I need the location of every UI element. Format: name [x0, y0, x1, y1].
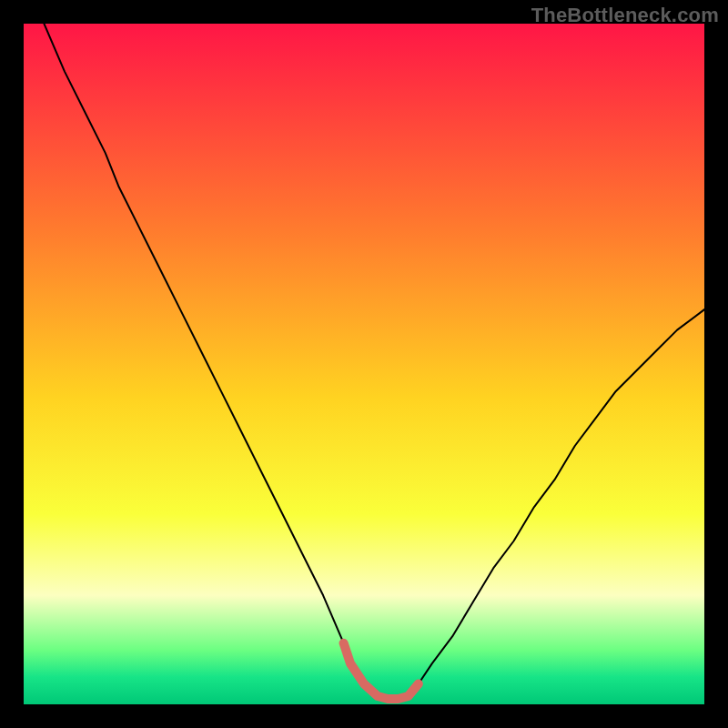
highlight-segment — [344, 643, 419, 699]
plot-area — [24, 24, 704, 704]
bottleneck-curve — [24, 24, 704, 699]
watermark-text: TheBottleneck.com — [531, 4, 719, 27]
curve-layer — [24, 24, 704, 704]
chart-stage: TheBottleneck.com — [0, 0, 728, 728]
